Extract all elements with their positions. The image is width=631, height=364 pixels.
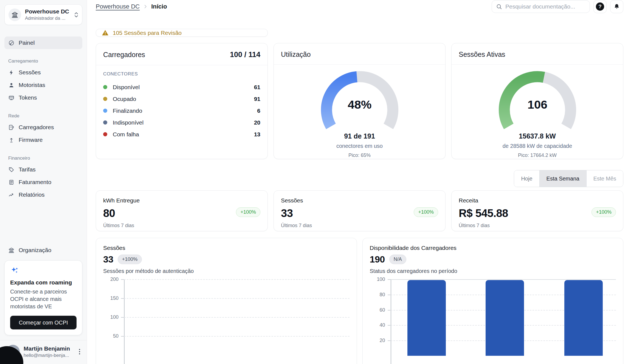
stat-title: Sessões	[281, 197, 438, 204]
utilization-card: Utilização 48% 91 de 191 conectores em u…	[274, 43, 446, 159]
sidebar-item-sessoes[interactable]: Sessões	[4, 66, 82, 79]
sidebar-item-label: Sessões	[19, 69, 41, 76]
availability-bar[interactable]	[407, 280, 446, 356]
help-button[interactable]: ?	[593, 0, 607, 13]
user-name: Martijn Benjamin	[24, 345, 74, 352]
gauge-icon	[8, 40, 15, 46]
sidebar-item-firmware[interactable]: Firmware	[4, 134, 82, 146]
sidebar-nav: Painel Carregamento Sessões Motoristas T…	[4, 36, 82, 201]
sidebar-item-tokens[interactable]: Tokens	[4, 91, 82, 104]
status-label: Indisponível	[113, 119, 143, 126]
active-sessions-capacity: de 28588 kW de capacidade	[503, 143, 572, 149]
status-dot-finishing	[103, 109, 107, 113]
y-tick: 100	[103, 314, 119, 320]
search-box[interactable]	[492, 0, 590, 13]
status-value: 91	[254, 96, 260, 102]
kebab-menu-icon[interactable]	[77, 347, 82, 356]
tag-icon	[8, 167, 15, 173]
y-axis-line	[124, 279, 125, 364]
lightning-icon	[8, 69, 15, 76]
connector-status-row: Disponível 61	[103, 81, 260, 93]
chart-title: Disponibilidade dos Carregadores	[370, 245, 616, 251]
sparkles-icon	[10, 266, 77, 275]
y-tick: 200	[103, 276, 119, 282]
sidebar-item-painel[interactable]: Painel	[4, 36, 82, 49]
kwh-delivered-card: kWh Entregue 80 +100% Últimos 7 dias	[96, 190, 268, 231]
gridline	[124, 317, 350, 318]
bell-icon	[613, 3, 620, 10]
chart-subtitle: Status dos carregadores no período	[370, 268, 616, 274]
sidebar-item-label: Relatórios	[19, 191, 45, 198]
status-dot-available	[103, 85, 107, 89]
start-ocpi-button[interactable]: Começar com OCPI	[10, 316, 77, 329]
trend-badge: +100%	[118, 255, 142, 264]
breadcrumb-current: Início	[151, 3, 167, 10]
sidebar-item-faturamento[interactable]: Faturamento	[4, 176, 82, 188]
sidebar-item-carregadores[interactable]: Carregadores	[4, 121, 82, 134]
availability-bar[interactable]	[564, 280, 603, 356]
status-value: 20	[254, 119, 260, 126]
sidebar-item-label: Painel	[19, 39, 35, 46]
sessions-chart-card: Sessões 33 +100% Sessões por método de a…	[96, 238, 357, 364]
stat-caption: Últimos 7 dias	[103, 223, 260, 228]
sidebar-item-motoristas[interactable]: Motoristas	[4, 79, 82, 91]
sessions-review-alert[interactable]: 105 Sessões para Revisão	[96, 29, 268, 37]
utilization-fraction-text: 91 de 191	[344, 132, 375, 140]
promo-body: Conecte-se a parceiros OCPI e alcance ma…	[10, 288, 77, 310]
sidebar-section-carregamento: Carregamento	[4, 58, 82, 64]
connectors-label: CONECTORES	[103, 71, 260, 77]
card-title: Sessões Ativas	[459, 50, 505, 58]
bank-icon	[9, 9, 21, 21]
sidebar-item-tarifas[interactable]: Tarifas	[4, 163, 82, 176]
trend-badge: +100%	[414, 207, 438, 217]
active-sessions-peak: Pico: 17664.2 kW	[518, 153, 557, 158]
card-title: Carregadores	[103, 51, 145, 59]
search-input[interactable]	[505, 3, 585, 10]
bar-group	[391, 279, 616, 356]
active-sessions-kw: 15637.8 kW	[519, 132, 556, 140]
chargers-count: 100 / 114	[230, 50, 260, 59]
user-email: hello@martijn-benja...	[24, 353, 74, 358]
stat-caption: Últimos 7 dias	[281, 223, 438, 228]
breadcrumb-root-link[interactable]: Powerhouse DC	[96, 3, 140, 10]
chevron-up-down-icon	[74, 12, 78, 18]
sidebar-section-financeiro: Financeiro	[4, 156, 82, 161]
card-icon	[8, 95, 15, 101]
status-dot-unavailable	[103, 120, 107, 125]
availability-chart-card: Disponibilidade dos Carregadores 190 N/A…	[362, 238, 624, 364]
sidebar-item-label: Carregadores	[19, 124, 54, 131]
utilization-gauge: 48%	[317, 66, 402, 131]
upload-icon	[8, 137, 15, 143]
utilization-percent: 48%	[348, 98, 371, 111]
active-sessions-gauge: 106	[495, 66, 580, 131]
breadcrumb: Powerhouse DC Início	[96, 3, 167, 10]
warning-icon	[102, 29, 109, 36]
gridline	[124, 279, 350, 280]
help-icon: ?	[596, 2, 604, 11]
tab-esta-semana[interactable]: Esta Semana	[539, 170, 586, 187]
trend-badge: +100%	[591, 207, 616, 217]
sidebar-item-label: Tarifas	[19, 166, 36, 173]
na-badge: N/A	[389, 255, 406, 264]
alert-text: 105 Sessões para Revisão	[113, 30, 182, 36]
notifications-button[interactable]	[610, 0, 623, 13]
status-dot-occupied	[103, 97, 107, 101]
charger-icon	[8, 124, 15, 131]
sidebar-item-relatorios[interactable]: Relatórios	[4, 188, 82, 201]
chart-headline-value: 190	[370, 254, 385, 265]
connector-status-row: Ocupado 91	[103, 93, 260, 105]
availability-bar[interactable]	[486, 280, 524, 356]
status-label: Com falha	[113, 131, 139, 138]
active-sessions-count: 106	[527, 98, 547, 111]
sidebar-item-organizacao[interactable]: Organização	[4, 244, 82, 256]
sidebar-item-label: Tokens	[19, 94, 37, 101]
chart-title: Sessões	[103, 245, 350, 251]
status-label: Ocupado	[113, 96, 136, 102]
workspace-selector[interactable]: Powerhouse DC Administrador da ...	[4, 4, 82, 25]
sessions-chart-plot: 200 150 100 50	[103, 279, 350, 364]
revenue-card: Receita R$ 545.88 +100% Últimos 7 dias	[451, 190, 623, 231]
tab-hoje[interactable]: Hoje	[514, 170, 539, 187]
roaming-promo-card: Expanda com roaming Conecte-se a parceir…	[4, 260, 82, 335]
tab-este-mes[interactable]: Este Mês	[586, 170, 623, 187]
status-value: 13	[254, 131, 260, 138]
